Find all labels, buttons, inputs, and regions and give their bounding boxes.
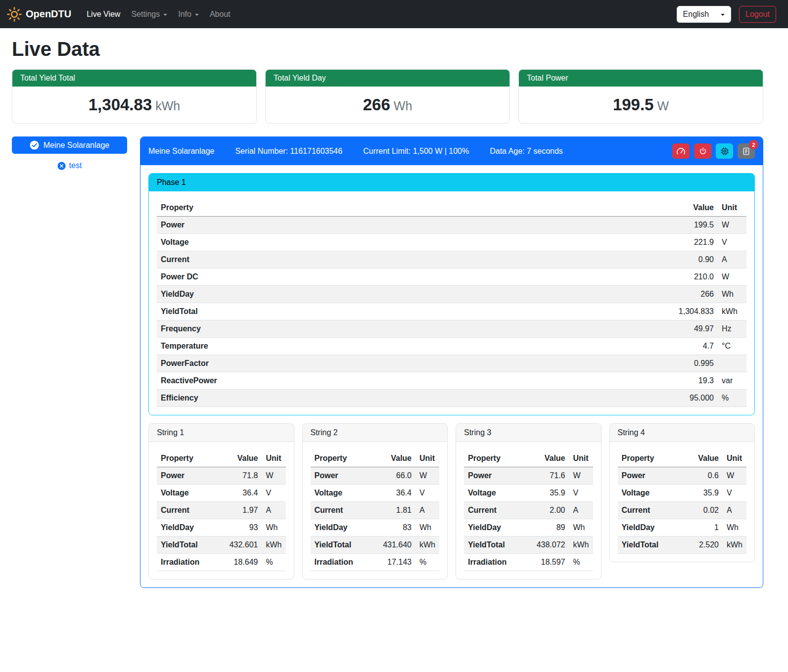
string-table-row: YieldTotal 438.072 kWh xyxy=(464,537,593,554)
string-table-row: Voltage 35.9 V xyxy=(618,485,747,502)
string-table-row: YieldTotal 431.640 kWh xyxy=(311,537,440,554)
inverter-button-test[interactable]: test xyxy=(12,161,127,170)
phase-table-row: PowerFactor 0.995 xyxy=(157,355,746,372)
string-card-title: String 1 xyxy=(149,424,294,442)
string-table-row: YieldDay 83 Wh xyxy=(311,519,440,537)
nav-info-label: Info xyxy=(178,10,191,19)
property-unit: kWh xyxy=(569,537,593,554)
column-unit: Unit xyxy=(723,450,746,467)
phase-table-row: Temperature 4.7 °C xyxy=(157,338,746,355)
phase-title: Phase 1 xyxy=(149,174,754,191)
summary-card-title: Total Yield Total xyxy=(12,70,256,87)
property-name: YieldTotal xyxy=(157,303,492,320)
property-value: 1.81 xyxy=(370,502,416,519)
property-name: YieldDay xyxy=(311,519,370,537)
summary-card: Total Yield Total 1,304.83kWh xyxy=(12,69,257,124)
property-name: YieldDay xyxy=(157,286,492,303)
speedometer-icon xyxy=(676,147,686,155)
property-unit: % xyxy=(416,554,439,571)
power-button[interactable] xyxy=(694,143,711,159)
property-name: Voltage xyxy=(157,234,492,251)
device-info-button[interactable] xyxy=(716,143,733,159)
event-log-button[interactable]: 2 xyxy=(738,143,755,159)
property-value: 35.9 xyxy=(682,485,723,502)
column-unit: Unit xyxy=(718,199,746,217)
property-value: 210.0 xyxy=(492,269,718,286)
string-table-row: Irradiation 18.649 % xyxy=(157,554,286,571)
property-name: YieldTotal xyxy=(157,537,216,554)
property-value: 35.9 xyxy=(523,485,569,502)
summary-card-title: Total Yield Day xyxy=(266,70,510,87)
brand-logo[interactable]: OpenDTU xyxy=(7,7,71,22)
nav-about[interactable]: About xyxy=(204,6,236,23)
nav-live-view[interactable]: Live View xyxy=(81,6,126,23)
property-name: PowerFactor xyxy=(157,355,492,372)
phase-table: Property Value Unit Power 199.5 xyxy=(157,199,746,407)
column-unit: Unit xyxy=(416,450,439,467)
property-value: 4.7 xyxy=(492,338,718,355)
limit-settings-button[interactable] xyxy=(672,143,690,159)
string-card-4: String 4 Property Value Unit xyxy=(609,423,755,562)
inverter-actions: 2 xyxy=(672,143,755,159)
string-table-row: Current 1.97 A xyxy=(157,502,286,519)
summary-card-title: Total Power xyxy=(519,70,763,87)
property-value: 221.9 xyxy=(492,234,718,251)
property-name: Current xyxy=(157,251,492,269)
property-name: YieldTotal xyxy=(464,537,523,554)
property-unit: V xyxy=(723,485,746,502)
nav-live-view-label: Live View xyxy=(87,10,120,19)
string-card-title: String 2 xyxy=(303,424,448,442)
property-value: 266 xyxy=(492,286,718,303)
property-value: 17.143 xyxy=(370,554,416,571)
property-unit: V xyxy=(569,485,593,502)
column-property: Property xyxy=(618,450,682,467)
summary-card-value: 266 xyxy=(363,95,390,114)
property-value: 93 xyxy=(216,519,262,537)
property-value: 199.5 xyxy=(492,217,718,234)
inverter-card-header: Meine Solaranlage Serial Number: 1161716… xyxy=(140,137,763,165)
nav-info[interactable]: Info xyxy=(173,6,204,23)
x-circle-icon xyxy=(57,162,66,170)
phase-table-row: Power 199.5 W xyxy=(157,217,746,234)
summary-card-unit: Wh xyxy=(394,99,413,113)
property-name: Voltage xyxy=(157,485,216,502)
string-table-row: Current 2.00 A xyxy=(464,502,593,519)
property-value: 0.995 xyxy=(492,355,718,372)
language-select[interactable]: English xyxy=(677,6,731,23)
event-count-badge: 2 xyxy=(749,140,758,149)
property-unit: Hz xyxy=(718,320,746,338)
property-unit: V xyxy=(416,485,439,502)
string-card-title: String 3 xyxy=(456,424,601,442)
property-value: 1,304.833 xyxy=(492,303,718,320)
cpu-chip-icon xyxy=(720,147,729,156)
logout-button[interactable]: Logout xyxy=(739,6,776,23)
strings-row: String 1 Property Value Unit xyxy=(148,423,755,580)
phase-table-row: Efficiency 95.000 % xyxy=(157,390,746,407)
property-name: Voltage xyxy=(618,485,682,502)
string-table-row: Voltage 35.9 V xyxy=(464,485,593,502)
property-name: Power xyxy=(157,217,492,234)
property-unit: A xyxy=(262,502,286,519)
string-table-row: Power 66.0 W xyxy=(311,467,440,485)
property-value: 18.597 xyxy=(523,554,569,571)
property-unit xyxy=(718,355,746,372)
property-value: 71.8 xyxy=(216,467,262,485)
page-content: Live Data Total Yield Total 1,304.83kWh … xyxy=(0,28,788,600)
inverter-serial: Serial Number: 116171603546 xyxy=(235,147,342,156)
property-name: Irradiation xyxy=(464,554,523,571)
property-value: 95.000 xyxy=(492,390,718,407)
caret-down-icon xyxy=(195,14,199,16)
property-name: YieldTotal xyxy=(311,537,370,554)
string-table-row: YieldTotal 2.520 kWh xyxy=(618,537,747,554)
property-value: 2.00 xyxy=(523,502,569,519)
nav-settings[interactable]: Settings xyxy=(126,6,173,23)
phase-table-header-row: Property Value Unit xyxy=(157,199,746,217)
column-property: Property xyxy=(157,199,492,217)
summary-card-unit: W xyxy=(657,99,669,113)
property-name: Irradiation xyxy=(311,554,370,571)
inverter-button-meine-solaranlage[interactable]: Meine Solaranlage xyxy=(12,136,127,154)
inverter-list: Meine Solaranlage test xyxy=(12,136,127,170)
property-unit: % xyxy=(262,554,286,571)
brand-name: OpenDTU xyxy=(26,8,71,20)
property-value: 2.520 xyxy=(682,537,723,554)
